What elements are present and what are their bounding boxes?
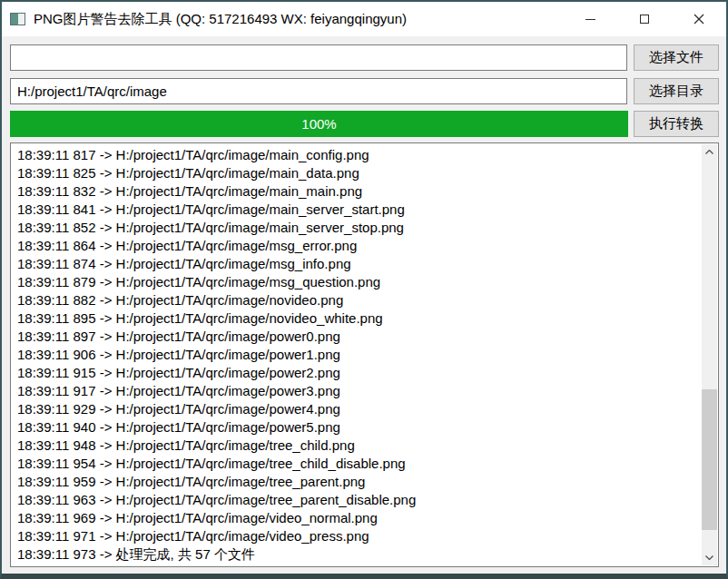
- chevron-down-icon: [705, 555, 713, 560]
- log-line: 18:39:11 948 -> H:/project1/TA/qrc/image…: [17, 437, 696, 455]
- progress-label: 100%: [10, 111, 628, 137]
- file-path-input[interactable]: [10, 44, 627, 71]
- progress-bar: 100%: [10, 111, 628, 137]
- log-line: 18:39:11 817 -> H:/project1/TA/qrc/image…: [17, 146, 696, 164]
- select-file-button[interactable]: 选择文件: [634, 44, 719, 71]
- minimize-icon: [585, 19, 595, 20]
- log-line: 18:39:11 906 -> H:/project1/TA/qrc/image…: [17, 346, 696, 364]
- log-line: 18:39:11 963 -> H:/project1/TA/qrc/image…: [17, 491, 696, 509]
- maximize-icon: [640, 15, 649, 24]
- directory-path-input[interactable]: [10, 78, 627, 104]
- select-directory-button[interactable]: 选择目录: [634, 78, 719, 104]
- log-line: 18:39:11 915 -> H:/project1/TA/qrc/image…: [17, 364, 696, 382]
- log-line: 18:39:11 917 -> H:/project1/TA/qrc/image…: [17, 382, 696, 400]
- log-line: 18:39:11 825 -> H:/project1/TA/qrc/image…: [17, 164, 696, 182]
- log-line: 18:39:11 841 -> H:/project1/TA/qrc/image…: [17, 201, 696, 219]
- log-line: 18:39:11 879 -> H:/project1/TA/qrc/image…: [17, 273, 696, 291]
- chevron-up-icon: [705, 150, 713, 154]
- log-line: 18:39:11 895 -> H:/project1/TA/qrc/image…: [17, 309, 696, 328]
- log-line: 18:39:11 852 -> H:/project1/TA/qrc/image…: [17, 219, 696, 237]
- log-line: 18:39:11 954 -> H:/project1/TA/qrc/image…: [17, 455, 696, 473]
- log-line: 18:39:11 897 -> H:/project1/TA/qrc/image…: [17, 328, 696, 346]
- log-lines: 18:39:11 817 -> H:/project1/TA/qrc/image…: [11, 143, 718, 564]
- log-output[interactable]: 18:39:11 817 -> H:/project1/TA/qrc/image…: [10, 142, 719, 567]
- log-line: 18:39:11 973 -> 处理完成, 共 57 个文件: [17, 545, 696, 564]
- close-icon: [694, 14, 704, 25]
- log-line: 18:39:11 971 -> H:/project1/TA/qrc/image…: [17, 527, 696, 545]
- log-line: 18:39:11 874 -> H:/project1/TA/qrc/image…: [17, 255, 696, 273]
- log-scrollbar[interactable]: [702, 144, 717, 565]
- log-line: 18:39:11 864 -> H:/project1/TA/qrc/image…: [17, 237, 696, 255]
- window-title: PNG图片警告去除工具 (QQ: 517216493 WX: feiyangqi…: [34, 11, 407, 28]
- log-line: 18:39:11 882 -> H:/project1/TA/qrc/image…: [17, 291, 696, 309]
- execute-convert-button[interactable]: 执行转换: [634, 111, 719, 137]
- maximize-button[interactable]: [617, 2, 672, 36]
- title-bar: PNG图片警告去除工具 (QQ: 517216493 WX: feiyangqi…: [2, 2, 726, 36]
- minimize-button[interactable]: [563, 2, 617, 36]
- close-button[interactable]: [672, 2, 726, 36]
- app-window: PNG图片警告去除工具 (QQ: 517216493 WX: feiyangqi…: [0, 0, 728, 579]
- log-line: 18:39:11 929 -> H:/project1/TA/qrc/image…: [17, 400, 696, 418]
- scroll-up-button[interactable]: [702, 144, 717, 160]
- log-line: 18:39:11 832 -> H:/project1/TA/qrc/image…: [17, 182, 696, 201]
- scroll-thumb[interactable]: [702, 389, 717, 530]
- log-line: 18:39:11 969 -> H:/project1/TA/qrc/image…: [17, 509, 696, 527]
- log-line: 18:39:11 940 -> H:/project1/TA/qrc/image…: [17, 418, 696, 437]
- app-icon: [10, 13, 25, 25]
- scroll-down-button[interactable]: [702, 550, 717, 565]
- window-controls: [563, 2, 726, 36]
- log-line: 18:39:11 959 -> H:/project1/TA/qrc/image…: [17, 473, 696, 491]
